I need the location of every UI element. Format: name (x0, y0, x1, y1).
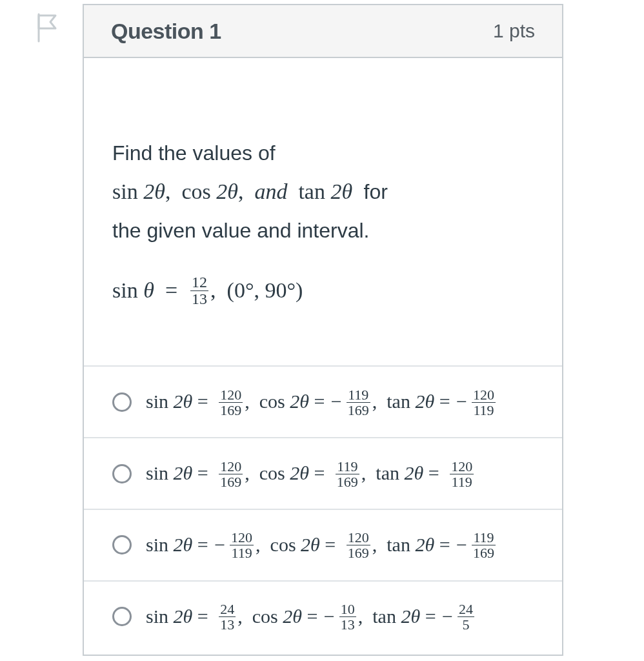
radio-icon[interactable] (112, 535, 132, 554)
radio-icon[interactable] (112, 392, 132, 412)
option-math: sin 2θ = 120169, cos 2θ = 119169, tan 2θ… (146, 456, 476, 491)
option-math: sin 2θ = −120119, cos 2θ = 120169, tan 2… (146, 528, 498, 562)
flag-icon[interactable] (36, 13, 59, 43)
option-math: sin 2θ = 2413, cos 2θ = −1013, tan 2θ = … (146, 600, 476, 634)
answer-option[interactable]: sin 2θ = 120169, cos 2θ = 119169, tan 2θ… (84, 437, 562, 509)
radio-icon[interactable] (112, 464, 132, 483)
question-points: 1 pts (493, 20, 535, 42)
radio-icon[interactable] (112, 607, 132, 626)
answer-options: sin 2θ = 120169, cos 2θ = −119169, tan 2… (84, 365, 562, 651)
question-title: Question 1 (111, 19, 221, 44)
prompt-line-2: sin 2θ, cos 2θ, and tan 2θ for (112, 173, 534, 210)
question-card: Question 1 1 pts Find the values of sin … (83, 4, 563, 656)
prompt-line-1: Find the values of (112, 136, 534, 170)
answer-option[interactable]: sin 2θ = −120119, cos 2θ = 120169, tan 2… (84, 509, 562, 580)
question-body: Find the values of sin 2θ, cos 2θ, and t… (84, 58, 562, 651)
answer-option[interactable]: sin 2θ = 120169, cos 2θ = −119169, tan 2… (84, 365, 562, 437)
answer-option[interactable]: sin 2θ = 2413, cos 2θ = −1013, tan 2θ = … (84, 580, 562, 652)
given-value: sin θ = 1213, (0°, 90°) (112, 272, 534, 309)
prompt-line-3: the given value and interval. (112, 213, 534, 248)
question-header: Question 1 1 pts (84, 5, 562, 58)
option-math: sin 2θ = 120169, cos 2θ = −119169, tan 2… (146, 385, 498, 419)
